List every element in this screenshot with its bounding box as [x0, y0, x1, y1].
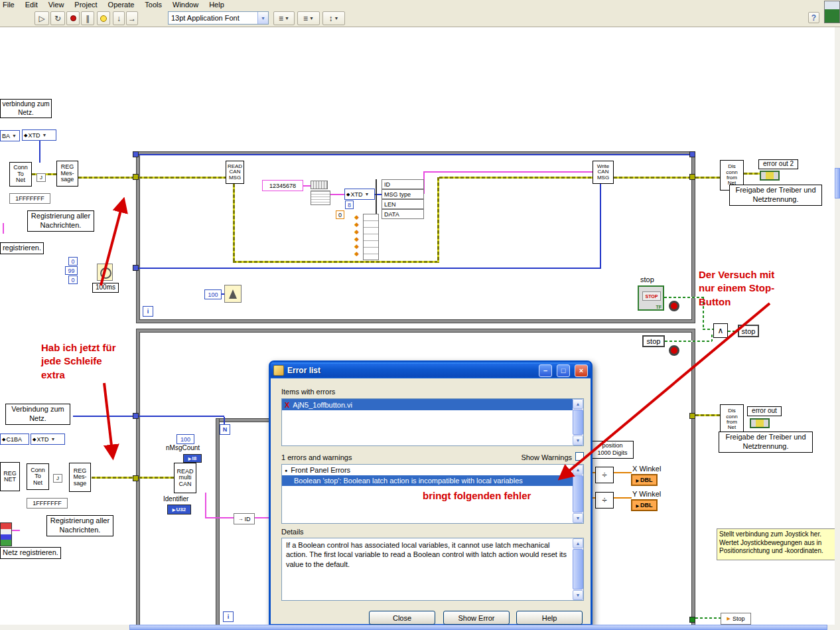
numeric-constant-100[interactable]: 100: [204, 289, 222, 299]
minimize-button[interactable]: –: [539, 364, 552, 377]
list-scrollbar[interactable]: ▲ ▼: [573, 399, 583, 445]
step-into-button[interactable]: ↓: [113, 11, 125, 25]
numeric-constant-0[interactable]: 0: [68, 276, 78, 284]
list-item[interactable]: ● Front Panel Errors: [282, 465, 573, 475]
numeric-constant-0-orange[interactable]: 0: [336, 210, 344, 219]
horizontal-scrollbar[interactable]: [0, 625, 840, 630]
reg-message-node-1[interactable]: REG Mes- sage: [56, 161, 78, 187]
u32-constant[interactable]: ▶U32: [167, 505, 191, 514]
pause-button[interactable]: ∥: [81, 11, 94, 25]
iteration-terminal-2[interactable]: i: [223, 611, 234, 622]
reorder-button[interactable]: ↕▼: [322, 11, 345, 25]
ring-constant-xtd-2[interactable]: ◆XTD▼: [344, 189, 375, 200]
vertical-scrollbar[interactable]: [835, 27, 840, 625]
cluster-field-msg-type[interactable]: MSG type: [382, 189, 424, 199]
horizontal-scroll-thumb[interactable]: [129, 625, 827, 630]
menu-operate[interactable]: Operate: [108, 1, 135, 9]
j-terminal-2[interactable]: J: [53, 474, 62, 483]
cluster-field-len[interactable]: LEN: [382, 199, 424, 209]
vertical-scroll-thumb[interactable]: [835, 168, 840, 198]
error-items-list[interactable]: X AjN5_1offbutton.vi ▲ ▼: [281, 398, 584, 446]
or-gate-node[interactable]: ∧: [713, 323, 728, 338]
details-box[interactable]: If a Boolean control has associated loca…: [281, 538, 584, 601]
conn-to-net-node-1[interactable]: Conn To Net: [9, 162, 32, 187]
menu-edit[interactable]: Edit: [25, 1, 38, 9]
dropdown-icon[interactable]: ▼: [257, 12, 268, 24]
abort-button[interactable]: [66, 11, 80, 25]
align-objects-button[interactable]: ≡▼: [273, 11, 295, 25]
numeric-constant-100-count[interactable]: 100: [176, 434, 194, 444]
typecast-icon[interactable]: [311, 181, 328, 189]
id-unbundle-field[interactable]: →ID: [234, 513, 255, 524]
stop-indicator[interactable]: stop: [738, 325, 759, 337]
menu-project[interactable]: Project: [74, 1, 97, 9]
in-range-coerce-icon[interactable]: [97, 264, 113, 281]
loop-count-terminal[interactable]: N: [220, 424, 230, 435]
write-can-msg-node[interactable]: Write CAN MSG: [593, 161, 614, 184]
scroll-thumb[interactable]: [573, 549, 583, 590]
ring-constant-c1ba[interactable]: ◆C1BA: [0, 433, 29, 445]
show-warnings-checkbox[interactable]: [575, 452, 584, 461]
read-can-msg-node[interactable]: READ CAN MSG: [226, 161, 244, 184]
menu-file[interactable]: File: [3, 1, 15, 9]
j-terminal-1[interactable]: J: [36, 173, 46, 182]
close-window-button[interactable]: ×: [575, 364, 588, 377]
font-selector[interactable]: 13pt Application Font ▼: [168, 11, 269, 25]
round-led-indicator[interactable]: [669, 345, 679, 356]
cluster-field-id[interactable]: ID: [382, 179, 424, 189]
conn-to-net-node-2[interactable]: Conn To Net: [27, 463, 49, 490]
scroll-down-icon[interactable]: ▼: [573, 435, 583, 445]
step-over-button[interactable]: →: [126, 11, 138, 25]
show-error-button[interactable]: Show Error: [443, 611, 510, 625]
x-winkel-indicator[interactable]: ▶DBL: [631, 474, 658, 486]
hex-constant-1[interactable]: 1FFFFFFF: [9, 193, 50, 204]
ring-constant-xtd-1[interactable]: ◆XTD▼: [22, 129, 56, 141]
scroll-up-icon[interactable]: ▲: [573, 399, 583, 409]
array-build-icon[interactable]: [311, 191, 330, 205]
run-button[interactable]: ▷: [35, 11, 49, 25]
numeric-constant-99[interactable]: 99: [65, 266, 78, 275]
list-item[interactable]: X AjN5_1offbutton.vi: [282, 399, 573, 410]
round-led-indicator[interactable]: [669, 301, 679, 311]
reg-net-node[interactable]: REG NET: [0, 462, 20, 491]
list-item-selected-error[interactable]: Boolean 'stop': Boolean latch action is …: [282, 475, 573, 486]
scroll-up-icon[interactable]: ▲: [573, 465, 583, 475]
distribute-objects-button[interactable]: ≡▼: [297, 11, 320, 25]
divide-node[interactable]: ÷: [595, 492, 614, 509]
hex-constant-2[interactable]: 1FFFFFFF: [27, 498, 68, 509]
help-button[interactable]: Help: [516, 611, 583, 625]
iteration-terminal-1[interactable]: i: [143, 306, 153, 317]
details-scrollbar[interactable]: ▲ ▼: [573, 538, 583, 600]
highlight-execution-button[interactable]: [97, 11, 110, 25]
dialog-titlebar[interactable]: Error list – □ ×: [271, 362, 591, 378]
numeric-constant-0[interactable]: 0: [68, 257, 78, 266]
stop-local-variable[interactable]: stop: [642, 335, 665, 347]
stop-boolean-bottom[interactable]: ▶Stop: [721, 613, 751, 625]
menu-view[interactable]: View: [48, 1, 64, 9]
disconnect-from-net-node-2[interactable]: Dis conn from Net: [720, 404, 744, 435]
read-multi-can-node[interactable]: READ multi CAN: [174, 463, 196, 493]
close-button[interactable]: Close: [369, 611, 435, 625]
cluster-array-icon[interactable]: [363, 214, 379, 260]
error-cluster-icon[interactable]: [760, 171, 780, 181]
y-winkel-indicator[interactable]: ▶DBL: [631, 499, 658, 511]
numeric-constant-8[interactable]: 8: [345, 200, 354, 209]
stop-button-terminal[interactable]: STOP TF: [638, 285, 664, 311]
string-constant-12345678[interactable]: 12345678: [262, 180, 303, 191]
cluster-field-data[interactable]: DATA: [382, 209, 424, 219]
scroll-down-icon[interactable]: ▼: [573, 513, 583, 523]
scroll-down-icon[interactable]: ▼: [573, 590, 583, 600]
menu-tools[interactable]: Tools: [145, 1, 162, 9]
menu-help[interactable]: Help: [209, 1, 224, 9]
divide-node[interactable]: ÷: [595, 467, 614, 483]
run-continuous-button[interactable]: ↻: [50, 11, 65, 25]
scroll-thumb[interactable]: [573, 410, 583, 435]
error-cluster-icon[interactable]: [750, 418, 770, 428]
wait-next-ms-multiple-icon[interactable]: [224, 285, 242, 303]
ring-constant-ba[interactable]: BA▼: [0, 130, 20, 141]
menu-window[interactable]: Window: [173, 1, 198, 9]
maximize-button[interactable]: □: [557, 364, 570, 377]
reg-message-node-2[interactable]: REG Mes- sage: [69, 463, 91, 492]
for-loop-left-border[interactable]: [216, 418, 220, 630]
joystick-vi-icon[interactable]: [0, 522, 12, 546]
